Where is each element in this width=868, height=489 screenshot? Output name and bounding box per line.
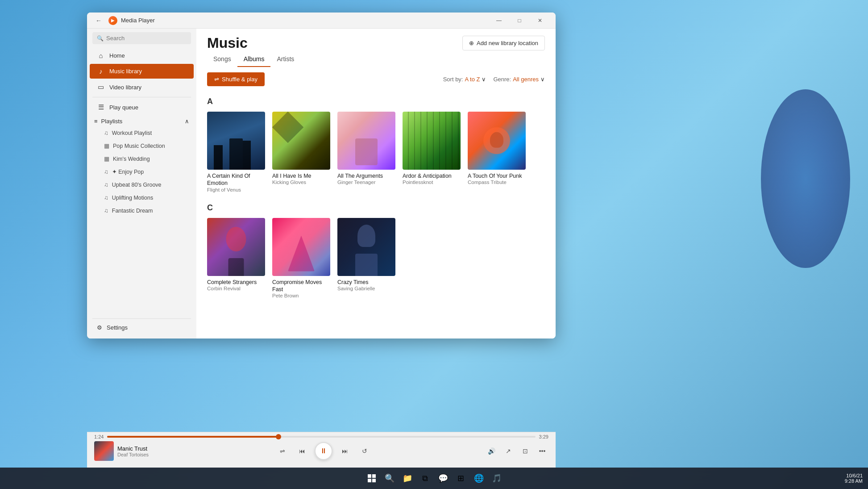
sidebar-item-video-label: Video library [109,84,141,91]
svg-rect-2 [368,479,371,482]
album-title-a4: Ardor & Anticipation [403,172,461,180]
album-card-c1[interactable]: Complete Strangers Corbin Revival [207,218,265,299]
album-artist-a3: Ginger Teenager [337,180,395,185]
album-title-a5: A Touch Of Your Punk [468,172,526,180]
app-window: ← ▶ Media Player — □ ✕ 🔍 ⌂ Home ♪ Music … [87,13,556,339]
genre-button[interactable]: Genre: All genres ∨ [493,76,545,83]
album-card-a5[interactable]: A Touch Of Your Punk Compass Tribute [468,112,526,192]
external-button[interactable]: ↗ [502,445,515,457]
playlist-music-icon: ♫ [104,130,108,136]
album-artist-c2: Pete Brown [272,293,330,298]
tab-albums[interactable]: Albums [237,52,271,67]
sidebar-playlist-fantastic[interactable]: ♫ Fantastic Dream [90,205,194,217]
album-card-a2[interactable]: All I Have Is Me Kicking Gloves [272,112,330,192]
sidebar-item-home-label: Home [109,52,125,59]
progress-thumb [276,434,281,439]
widgets-button[interactable]: ⊞ [453,470,469,486]
sidebar-settings[interactable]: ⚙ Settings [90,321,194,334]
shuffle-play-button[interactable]: ⇌ Shuffle & play [207,72,265,86]
sidebar-bottom: ⚙ Settings [87,317,196,339]
repeat-button[interactable]: ↺ [357,444,372,458]
track-info: Manic Trust Deaf Tortoises [117,445,162,457]
search-bar[interactable]: 🔍 [92,32,191,44]
current-time: 1:24 [94,434,104,439]
add-library-label: Add new library location [477,40,538,46]
album-artist-c3: Saving Gabrielle [337,286,395,291]
sidebar-playlist-kims-wedding[interactable]: ▦ Kim's Wedding [90,153,194,165]
album-artist-a2: Kicking Gloves [272,180,330,185]
genre-value: All genres [513,76,539,83]
window-controls: — □ ✕ [489,13,550,28]
play-pause-button[interactable]: ⏸ [315,442,332,460]
sidebar-playlist-upbeat[interactable]: ♫ Upbeat 80's Groove [90,179,194,191]
main-tabs: Songs Albums Artists [207,52,300,67]
taskbar: 🔍 📁 ⧉ 💬 ⊞ 🌐 🎵 10/6/21 9:28 AM [0,468,868,489]
main-title-area: Music Songs Albums Artists [207,36,300,67]
album-art-a1 [207,112,265,170]
playlists-header[interactable]: ≡ Playlists ∧ [87,115,196,126]
now-playing-bar: 1:24 3:29 Manic Trust Deaf Tortoises ⇌ ⏮… [87,432,556,468]
page-title: Music [207,36,300,50]
minimize-button[interactable]: — [489,13,509,28]
next-button[interactable]: ⏭ [338,444,352,458]
album-card-a3[interactable]: All The Arguments Ginger Teenager [337,112,395,192]
sort-genre-bar: Sort by: A to Z ∨ Genre: All genres ∨ [443,76,545,83]
sidebar-item-play-queue[interactable]: ☰ Play queue [90,100,194,115]
back-button[interactable]: ← [92,14,105,27]
album-art-a4 [403,112,461,170]
previous-button[interactable]: ⏮ [295,444,309,458]
album-card-c2[interactable]: Compromise Moves Fast Pete Brown [272,218,330,299]
shuffle-button[interactable]: ⇌ [275,444,290,458]
decorative-blob [761,89,850,268]
close-button[interactable]: ✕ [530,13,550,28]
edge-button[interactable]: 🌐 [471,470,487,486]
album-title-c2: Compromise Moves Fast [272,279,330,293]
cast-button[interactable]: ⊡ [519,445,532,457]
album-art-a3 [337,112,395,170]
sidebar-playlist-workout[interactable]: ♫ Workout Playlist [90,127,194,139]
file-explorer-button[interactable]: 📁 [399,470,415,486]
album-card-c3[interactable]: Crazy Times Saving Gabrielle [337,218,395,299]
playlist-upbeat-label: Upbeat 80's Groove [112,182,162,188]
playlist-fantastic-label: Fantastic Dream [112,208,153,214]
sidebar-playlist-uplifting[interactable]: ♫ Uplifting Motions [90,192,194,204]
svg-rect-1 [372,474,376,478]
start-button[interactable] [364,470,380,486]
sidebar-divider [92,97,191,97]
albums-row-c: Complete Strangers Corbin Revival Compro… [207,218,545,299]
teams-button[interactable]: 💬 [435,470,451,486]
genre-chevron-icon: ∨ [540,76,545,83]
album-title-a1: A Certain Kind Of Emotion [207,172,265,187]
task-view-button[interactable]: ⧉ [417,470,433,486]
album-artist-a4: Pointlessknot [403,180,461,185]
player-row: Manic Trust Deaf Tortoises ⇌ ⏮ ⏸ ⏭ ↺ 🔊 ↗… [87,439,556,463]
sidebar-item-music-label: Music library [109,68,142,75]
sidebar: 🔍 ⌂ Home ♪ Music library ▭ Video library… [87,29,196,339]
progress-row: 1:24 3:29 [87,432,556,439]
album-title-c3: Crazy Times [337,279,395,286]
sort-button[interactable]: Sort by: A to Z ∨ [443,76,486,83]
sidebar-playlist-enjoy-pop[interactable]: ♫ ✦ Enjoy Pop [90,166,194,178]
genre-label: Genre: [493,76,511,83]
add-library-button[interactable]: ⊕ Add new library location [462,36,545,50]
search-input[interactable] [106,35,187,42]
svg-rect-3 [372,479,376,482]
sidebar-item-music-library[interactable]: ♪ Music library [90,64,194,79]
progress-track[interactable] [107,436,535,438]
sidebar-item-video-library[interactable]: ▭ Video library [90,79,194,95]
sidebar-playlist-pop[interactable]: ▦ Pop Music Collection [90,140,194,152]
search-taskbar-button[interactable]: 🔍 [382,470,398,486]
playlist-grid-icon: ▦ [104,142,109,149]
maximize-button[interactable]: □ [509,13,530,28]
media-player-taskbar[interactable]: 🎵 [489,470,505,486]
more-button[interactable]: ••• [536,445,548,457]
tab-songs[interactable]: Songs [207,52,237,67]
section-a-letter: A [207,97,545,106]
albums-row-a: A Certain Kind Of Emotion Flight of Venu… [207,112,545,192]
tab-artists[interactable]: Artists [270,52,300,67]
volume-button[interactable]: 🔊 [485,445,498,457]
sidebar-item-home[interactable]: ⌂ Home [90,48,194,63]
album-card-a1[interactable]: A Certain Kind Of Emotion Flight of Venu… [207,112,265,192]
sidebar-item-queue-label: Play queue [109,104,138,111]
album-card-a4[interactable]: Ardor & Anticipation Pointlessknot [403,112,461,192]
